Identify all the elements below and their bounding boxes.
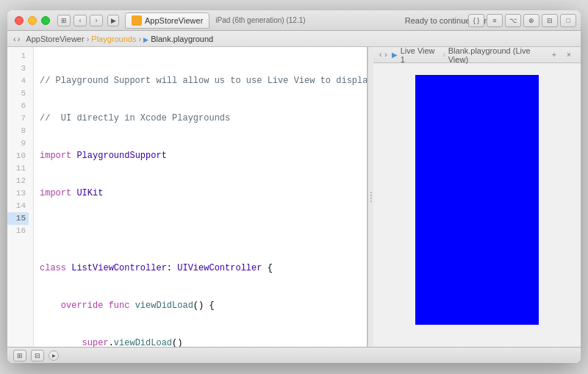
main-content: 1 3 4 5 6 7 8 9 10 11 12 13 14 15 16 <box>7 47 581 347</box>
maximize-button[interactable] <box>41 16 50 25</box>
code-content[interactable]: // Playground Support will allow us to u… <box>34 47 367 347</box>
bottom-run-button[interactable] <box>49 350 59 361</box>
code-line-7: override func viewDidLoad() { <box>40 300 361 312</box>
minimize-button[interactable] <box>28 16 37 25</box>
ln-9: 9 <box>7 137 29 150</box>
ln-13: 13 <box>7 187 29 200</box>
project-tab[interactable]: AppStoreViewer <box>125 12 209 29</box>
ln-6: 6 <box>7 100 29 112</box>
bottom-expand-button[interactable]: ⊟ <box>31 350 44 362</box>
bottom-split-button[interactable]: ⊞ <box>13 350 26 362</box>
code-line-8: super.viewDidLoad() <box>40 337 361 347</box>
code-line-2: // UI directly in Xcode Playgrounds <box>40 112 361 125</box>
titlebar: ⊞ ‹ › ▶ AppStoreViewer iPad (6th generat… <box>7 10 581 31</box>
ln-5: 5 <box>7 87 29 100</box>
code-line-4: import UIKit <box>40 187 361 200</box>
lv-left: ‹ › ▶ Live View 1 › Blank.playground (Li… <box>379 47 548 64</box>
ln-4: 4 <box>7 75 29 87</box>
ln-3: 3 <box>7 62 29 75</box>
inspector-button[interactable]: □ <box>560 14 576 27</box>
lv-right-controls: + × <box>548 50 575 60</box>
xcode-window: ⊞ ‹ › ▶ AppStoreViewer iPad (6th generat… <box>7 10 581 363</box>
code-line-5 <box>40 225 361 237</box>
lv-add-button[interactable]: + <box>548 50 560 60</box>
swift-file-icon <box>132 15 142 26</box>
ln-1: 1 <box>7 50 29 62</box>
bottom-bar: ⊞ ⊟ <box>7 347 581 363</box>
live-view-pane: ‹ › ▶ Live View 1 › Blank.playground (Li… <box>373 47 581 347</box>
code-area[interactable]: 1 3 4 5 6 7 8 9 10 11 12 13 14 15 16 <box>7 47 367 347</box>
ln-14: 14 <box>7 200 29 212</box>
code-line-1: // Playground Support will allow us to u… <box>40 75 361 87</box>
assistant-button[interactable]: ⊕ <box>523 14 539 27</box>
breakpoints-button[interactable]: { } <box>468 14 484 27</box>
device-badge: iPad (6th generation) (12.1) <box>215 16 305 24</box>
ln-10: 10 <box>7 150 29 162</box>
ln-12: 12 <box>7 175 29 187</box>
ln-8: 8 <box>7 125 29 137</box>
lv-close-button[interactable]: × <box>563 50 575 60</box>
bc-file[interactable]: Blank.playground <box>143 35 213 43</box>
lv-sep: › <box>442 51 445 59</box>
live-view-label: Live View 1 <box>401 47 440 64</box>
ln-16: 16 <box>7 225 29 237</box>
line-numbers: 1 3 4 5 6 7 8 9 10 11 12 13 14 15 16 <box>7 47 34 347</box>
layout-button[interactable]: ⊟ <box>542 14 558 27</box>
bc-forward-arrow[interactable]: › <box>18 35 21 43</box>
ln-15: 15 <box>7 212 29 225</box>
nav-back-button[interactable]: ‹ <box>74 15 87 26</box>
bc-folder[interactable]: Playgrounds <box>91 35 136 43</box>
lv-back[interactable]: ‹ <box>379 51 381 59</box>
run-button[interactable]: ▶ <box>107 15 119 26</box>
code-line-6: class ListViewController: UIViewControll… <box>40 262 361 275</box>
breadcrumb-bar: ‹ › AppStoreViewer › Playgrounds › Blank… <box>7 31 581 47</box>
titlebar-controls: ⊞ ‹ › <box>57 15 103 26</box>
debug-button[interactable]: ⌥ <box>505 14 521 27</box>
breadcrumb-nav: ‹ › <box>13 35 20 43</box>
live-view-content <box>373 63 581 347</box>
bc-back-arrow[interactable]: ‹ <box>13 35 16 43</box>
code-line-3: import PlaygroundSupport <box>40 150 361 162</box>
live-view-breadcrumb: Blank.playground (Live View) <box>448 47 548 64</box>
editor-pane: 1 3 4 5 6 7 8 9 10 11 12 13 14 15 16 <box>7 47 368 347</box>
lv-forward[interactable]: › <box>384 51 387 59</box>
sidebar-toggle-button[interactable]: ⊞ <box>57 15 71 26</box>
ln-7: 7 <box>7 112 29 125</box>
titlebar-right-buttons: { } ≡ ⌥ ⊕ ⊟ □ <box>468 14 576 27</box>
live-view-header: ‹ › ▶ Live View 1 › Blank.playground (Li… <box>373 47 581 63</box>
nav-forward-button[interactable]: › <box>90 15 103 26</box>
bc-project[interactable]: AppStoreViewer <box>26 35 84 43</box>
resize-handle[interactable] <box>368 47 373 347</box>
traffic-lights <box>15 16 50 25</box>
tab-label: AppStoreViewer <box>145 16 203 25</box>
device-screen <box>415 75 539 325</box>
close-button[interactable] <box>15 16 24 25</box>
view-button[interactable]: ≡ <box>487 14 503 27</box>
live-view-icon: ▶ <box>392 51 398 59</box>
ln-11: 11 <box>7 162 29 175</box>
